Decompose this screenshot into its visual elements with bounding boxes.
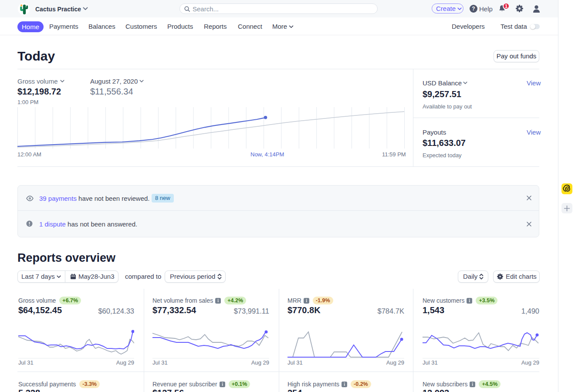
svg-text:?: ? (472, 6, 475, 12)
